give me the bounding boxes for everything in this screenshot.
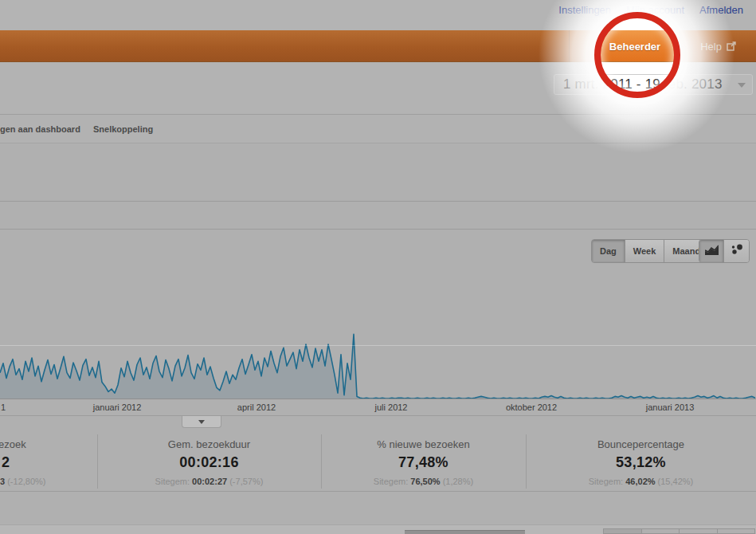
partial-cell (642, 529, 680, 533)
granularity-button-group: Dag Week Maand (591, 239, 709, 263)
stat-site-delta: (-12,80%) (5, 477, 45, 486)
stat-site-value: 76,50% (410, 477, 440, 486)
x-axis-label: april 2012 (237, 402, 276, 412)
visits-over-time-chart[interactable] (0, 271, 756, 399)
stat-site-value: 00:02:27 (192, 477, 227, 486)
week-button[interactable]: Week (625, 240, 665, 262)
motion-chart-button[interactable] (724, 240, 749, 262)
x-axis-label: juli 2012 (375, 402, 408, 412)
stat-value: 00:02:16 (97, 454, 321, 471)
tab-toevoegen-aan-dashboard[interactable]: gen aan dashboard (0, 124, 80, 134)
link-instellingen[interactable]: Instellingen (558, 4, 611, 16)
partial-pagination-controls (603, 528, 755, 534)
motion-chart-icon (731, 244, 743, 258)
chart-type-button-group (699, 239, 750, 263)
stat-label: Gem. bezoekduur (97, 438, 321, 450)
stat-site-prefix: Sitegem: (374, 477, 410, 486)
stat-paginas-per-bezoek: ezoek 2 3 (-12,80%) (0, 415, 97, 491)
stat-gem-bezoekduur: Gem. bezoekduur 00:02:16 Sitegem: 00:02:… (97, 415, 321, 491)
stat-site-average: Sitegem: 00:02:27 (-7,57%) (97, 477, 321, 486)
dag-button[interactable]: Dag (592, 240, 625, 262)
chart-gridline (0, 345, 756, 346)
tab-snelkoppeling[interactable]: Snelkoppeling (93, 124, 153, 134)
stat-value: 2 (2, 454, 10, 471)
account-bar: Instellingen Mijn account Afmelden (0, 0, 756, 30)
stat-site-delta: (-7,57%) (227, 477, 263, 486)
account-links: Instellingen Mijn account Afmelden (558, 4, 743, 16)
stat-site-delta: (15,42%) (656, 477, 694, 486)
divider (0, 201, 756, 202)
stat-site-value: 46,02% (625, 477, 655, 486)
summary-stats-row: ezoek 2 3 (-12,80%) Gem. bezoekduur 00:0… (0, 415, 756, 491)
stat-label: ezoek (0, 438, 26, 450)
stat-value: 77,48% (321, 454, 526, 471)
header: Instellingen Mijn account Afmelden Behee… (0, 0, 756, 114)
divider (0, 229, 756, 230)
x-axis-label: 1 (1, 402, 6, 412)
date-range-value: 1 mrt. 2011 - 19 feb. 2013 (554, 77, 723, 92)
stat-site-average: 3 (-12,80%) (0, 477, 45, 486)
date-range-selector[interactable]: 1 mrt. 2011 - 19 feb. 2013 (554, 74, 753, 95)
chart-canvas (0, 271, 756, 399)
partial-cell (604, 529, 642, 533)
analytics-dashboard-screen: Instellingen Mijn account Afmelden Behee… (0, 0, 756, 534)
link-mijn-account[interactable]: Mijn account (626, 4, 684, 16)
external-link-icon (727, 41, 736, 51)
stat-value: 53,12% (526, 454, 756, 471)
help-button[interactable]: Help (680, 30, 756, 62)
link-afmelden[interactable]: Afmelden (699, 4, 743, 16)
stat-label: % nieuwe bezoeken (321, 438, 526, 450)
stat-site-delta: (1,28%) (441, 477, 474, 486)
x-axis-labels: 1januari 2012april 2012juli 2012oktober … (0, 402, 756, 415)
report-tab-bar: gen aan dashboard Snelkoppeling (0, 114, 756, 143)
stat-bouncepercentage: Bouncepercentage 53,12% Sitegem: 46,02% … (526, 415, 756, 491)
partial-cell (680, 529, 718, 533)
divider (0, 491, 756, 492)
stat-site-prefix: Sitegem: (589, 477, 625, 486)
x-axis-line (0, 399, 756, 399)
help-label: Help (700, 41, 722, 53)
orange-toolbar: Beheerder Help (0, 30, 756, 62)
x-axis-label: januari 2013 (646, 402, 695, 412)
stat-label: Bouncepercentage (526, 438, 756, 450)
stat-nieuwe-bezoeken: % nieuwe bezoeken 77,48% Sitegem: 76,50%… (321, 415, 526, 491)
x-axis-label: oktober 2012 (506, 402, 557, 412)
chevron-down-icon (738, 83, 746, 88)
line-chart-button[interactable] (699, 240, 724, 262)
line-chart-icon (705, 244, 719, 258)
x-axis-label: januari 2012 (93, 402, 142, 412)
stat-site-average: Sitegem: 76,50% (1,28%) (321, 477, 526, 486)
partial-element (405, 530, 525, 534)
partial-cell (718, 529, 755, 533)
date-band: 1 mrt. 2011 - 19 feb. 2013 (0, 62, 756, 114)
beheerder-label: Beheerder (609, 41, 660, 53)
stat-site-prefix: Sitegem: (155, 477, 192, 486)
beheerder-button[interactable]: Beheerder (569, 30, 680, 62)
stat-site-average: Sitegem: 46,02% (15,42%) (526, 477, 756, 486)
